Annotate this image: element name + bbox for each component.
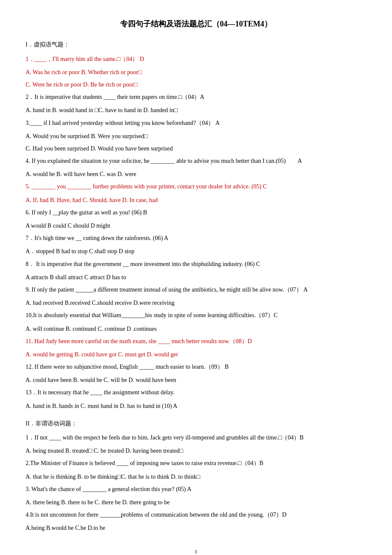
question-1: 1．____，I'll marry him all the same.□（04）… [26, 54, 366, 64]
s2-question-4: 4.It is not uncommon for there _______pr… [26, 509, 366, 520]
question-13: 13．It is necessary that he ____ the assi… [26, 387, 366, 398]
question-2: 2．It is imperative that students ____ th… [26, 92, 366, 102]
page-number: 1 [26, 546, 366, 555]
q4-options: A. would be B. will have been C. was D. … [26, 169, 366, 179]
section2-title: II．非谓语动词题： [26, 418, 366, 429]
q9-options: A. had received B.received C.should rece… [26, 298, 366, 308]
q12-options: A. could have been B. would be C. will b… [26, 375, 366, 385]
section1: I．虚拟语气题： 1．____，I'll marry him all the s… [26, 39, 366, 411]
q6-options: A would B could C should D might [26, 220, 366, 231]
question-12: 12. If there were no subjunctive mood, E… [26, 361, 366, 372]
question-11: 11. Had Judy been more careful on the ma… [26, 336, 366, 347]
question-4: 4. If you explained the situation to you… [26, 156, 366, 166]
q11-options: A. would be getting B. could have got C.… [26, 349, 366, 360]
question-5: 5. ________ you ________ further problem… [26, 181, 366, 192]
question-3: 3.____ if I had arrived yesterday withou… [26, 118, 366, 128]
q13-options: A. hand in B. hands in C. must hand in D… [26, 401, 366, 411]
section1-title: I．虚拟语气题： [26, 39, 366, 50]
s2-q2-options: A. that he is thinking B. to be thinking… [26, 471, 366, 482]
q3-option-ab: A. Would you be surprised B. Were you su… [26, 131, 366, 142]
question-8: 8． It is imperative that the government … [26, 259, 366, 269]
question-10: 10.It is absolutely essential that Willi… [26, 310, 366, 321]
page-title: 专四句子结构及语法题总汇（04—10TEM4） [26, 17, 366, 31]
question-9: 9. If only the patient ______a different… [26, 284, 366, 295]
s2-question-3: 3. What's the chance of ________ a gener… [26, 484, 366, 494]
q5-options: A. If, had B. Have, had C. Should, have … [26, 195, 366, 205]
s2-question-1: 1．If not ____ with the respect he feels … [26, 432, 366, 443]
q3-option-cd: C. Had you been surprised D. Would you h… [26, 143, 366, 154]
q10-options: A. will continue B. continued C. continu… [26, 324, 366, 334]
section2: II．非谓语动词题： 1．If not ____ with the respec… [26, 418, 366, 534]
question-6: 6. If only I __play the guitar as well a… [26, 207, 366, 218]
q7-options: A．stopped B had to stop C shall stop D s… [26, 246, 366, 257]
q2-options: A. hand in B. would hand in □C. have to … [26, 105, 366, 116]
q8-options: A attracts B shall attract C attract D h… [26, 272, 366, 283]
question-7: 7．It's high time we __ cutting down the … [26, 233, 366, 243]
q1-option-cd: C. Were he rich or poor D. Be he rich or… [26, 79, 366, 90]
s2-question-2: 2.The Minister of Finance is believed __… [26, 458, 366, 468]
q1-option-ab: A. Was he rich or poor B. Whether rich o… [26, 67, 366, 78]
s2-q1-options: A. being treated B. treated□ C. be treat… [26, 445, 366, 456]
s2-q3-options: A. there being B. there to be C. there b… [26, 497, 366, 508]
s2-q4-options: A.being B.would be C.be D.to be [26, 523, 366, 533]
